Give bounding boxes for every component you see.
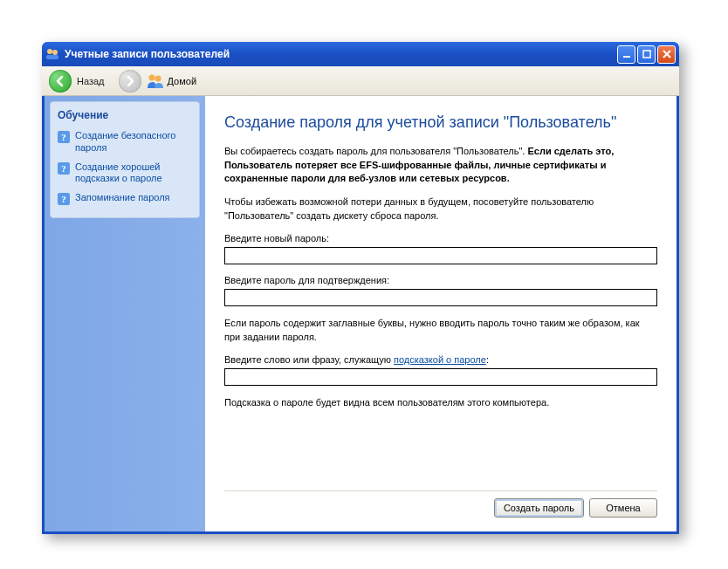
home-button[interactable]: Домой: [147, 72, 197, 90]
close-button[interactable]: [657, 45, 676, 64]
users-home-icon: [147, 72, 164, 90]
sidebar-link-good-hint[interactable]: ? Создание хорошей подсказки о пароле: [58, 158, 192, 189]
advice-paragraph: Чтобы избежать возможной потери данных в…: [224, 195, 657, 223]
hint-visibility-note: Подсказка о пароле будет видна всем поль…: [224, 396, 657, 409]
titlebar[interactable]: Учетные записи пользователей: [42, 42, 679, 66]
separator: [224, 490, 657, 491]
window-controls: [617, 45, 676, 64]
svg-point-5: [148, 74, 155, 80]
svg-point-1: [52, 50, 58, 55]
new-password-input[interactable]: [224, 247, 657, 264]
body-area: Обучение ? Создание безопасного пароля ?…: [42, 96, 679, 534]
sidebar: Обучение ? Создание безопасного пароля ?…: [45, 96, 205, 531]
window-frame: Учетные записи пользователей Назад Домой: [42, 42, 679, 534]
confirm-password-input[interactable]: [224, 289, 657, 306]
svg-point-6: [155, 75, 161, 81]
help-icon: ?: [58, 193, 70, 205]
svg-rect-4: [643, 51, 650, 58]
help-icon: ?: [58, 162, 70, 175]
window-title: Учетные записи пользователей: [65, 48, 230, 60]
sidebar-link-remember-password[interactable]: ? Запоминание пароля: [58, 189, 192, 209]
hint-input[interactable]: [224, 368, 657, 386]
sidebar-title: Обучение: [58, 109, 192, 121]
page-heading: Создание пароля для учетной записи "Поль…: [224, 112, 657, 133]
svg-rect-3: [623, 56, 630, 58]
cancel-button[interactable]: Отмена: [589, 498, 657, 518]
hint-label: Введите слово или фразу, служащую подска…: [224, 354, 657, 365]
main-content: Создание пароля для учетной записи "Поль…: [205, 96, 676, 531]
home-label: Домой: [168, 76, 197, 86]
new-password-label: Введите новый пароль:: [224, 233, 657, 243]
users-app-icon: [45, 47, 59, 61]
help-icon: ?: [58, 131, 70, 143]
toolbar: Назад Домой: [42, 66, 679, 96]
create-password-button[interactable]: Создать пароль: [494, 498, 584, 518]
footer-buttons: Создать пароль Отмена: [224, 498, 657, 523]
svg-rect-2: [46, 55, 58, 59]
svg-point-0: [47, 49, 52, 54]
minimize-button[interactable]: [617, 45, 635, 64]
maximize-button[interactable]: [637, 45, 656, 64]
back-button[interactable]: [49, 70, 72, 93]
caps-note: Если пароль содержит заглавные буквы, ну…: [224, 317, 657, 344]
svg-text:?: ?: [61, 163, 66, 174]
sidebar-link-safe-password[interactable]: ? Создание безопасного пароля: [58, 127, 192, 158]
hint-help-link[interactable]: подсказкой о пароле: [394, 354, 486, 365]
warning-paragraph: Вы собираетесь создать пароль для пользо…: [224, 145, 657, 185]
confirm-password-label: Введите пароль для подтверждения:: [224, 275, 657, 285]
svg-text:?: ?: [61, 194, 66, 204]
svg-text:?: ?: [61, 132, 66, 142]
forward-button[interactable]: [119, 70, 141, 93]
sidebar-panel: Обучение ? Создание безопасного пароля ?…: [50, 101, 200, 218]
back-label[interactable]: Назад: [77, 76, 105, 86]
